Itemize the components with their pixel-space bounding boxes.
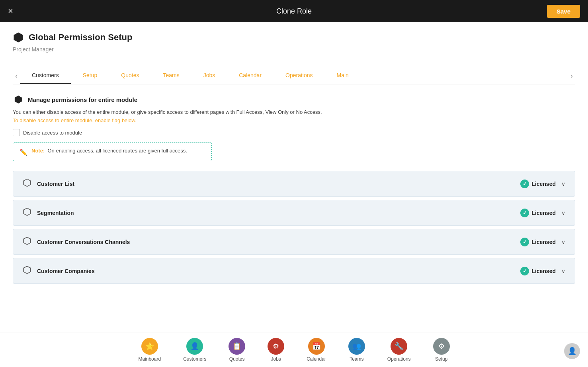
tab-quotes[interactable]: Quotes (109, 67, 151, 84)
module-header-title: Manage permissions for entire module (28, 96, 137, 103)
green-check-icon: ✓ (520, 180, 529, 188)
green-check-icon-1: ✓ (520, 209, 529, 217)
tab-teams[interactable]: Teams (151, 67, 191, 84)
svg-marker-4 (23, 237, 30, 245)
svg-marker-1 (15, 96, 21, 103)
tab-setup[interactable]: Setup (71, 67, 109, 84)
calendar-label: Calendar (307, 356, 326, 362)
perm-hex-icon-2 (23, 236, 31, 247)
module-desc2: To disable access to entire module, enab… (13, 117, 575, 123)
mainboard-icon: ⭐ (141, 338, 158, 355)
nav-item-teams[interactable]: 👥 Teams (337, 335, 376, 365)
tab-jobs[interactable]: Jobs (191, 67, 227, 84)
tabs-container: ‹ Customers Setup Quotes Teams Jobs Cale… (13, 67, 575, 84)
svg-marker-3 (23, 208, 30, 216)
operations-icon: 🔧 (391, 338, 407, 355)
tabs-list: Customers Setup Quotes Teams Jobs Calend… (20, 67, 568, 84)
disable-access-label: Disable access to module (23, 130, 82, 136)
svg-marker-5 (23, 266, 30, 274)
close-button[interactable]: × (8, 7, 13, 16)
teams-label: Teams (350, 356, 363, 362)
perm-name-1: Segmentation (37, 210, 74, 216)
svg-marker-0 (14, 33, 23, 42)
note-body: On enabling access, all licenced routes … (47, 148, 187, 154)
licensed-badge-1: ✓ Licensed (520, 209, 556, 217)
chevron-down-icon-1[interactable]: ∨ (561, 210, 565, 216)
green-check-icon-3: ✓ (520, 267, 529, 275)
permission-rows: Customer List ✓ Licensed ∨ Segmentation (13, 171, 575, 287)
calendar-icon: 📅 (308, 338, 325, 355)
teams-icon: 👥 (348, 338, 365, 355)
module-header: Manage permissions for entire module (13, 94, 575, 105)
quotes-icon: 📋 (229, 338, 245, 355)
perm-hex-icon-1 (23, 207, 31, 218)
save-button[interactable]: Save (547, 5, 580, 18)
module-section: Manage permissions for entire module You… (13, 94, 575, 161)
main-content: Global Permission Setup Project Manager … (0, 22, 588, 332)
permission-row-customer-list[interactable]: Customer List ✓ Licensed ∨ (13, 171, 575, 197)
tab-main[interactable]: Main (325, 67, 361, 84)
page-title-row: Global Permission Setup (13, 32, 575, 43)
perm-name-3: Customer Companies (37, 268, 95, 274)
chevron-down-icon-0[interactable]: ∨ (561, 181, 565, 187)
jobs-label: Jobs (271, 356, 281, 362)
nav-item-operations[interactable]: 🔧 Operations (376, 335, 422, 365)
setup-label: Setup (435, 356, 447, 362)
nav-item-mainboard[interactable]: ⭐ Mainboard (127, 335, 172, 365)
disable-access-checkbox[interactable] (13, 129, 20, 136)
avatar[interactable]: 👤 (564, 343, 580, 359)
mainboard-label: Mainboard (138, 356, 161, 362)
nav-item-quotes[interactable]: 📋 Quotes (217, 335, 256, 365)
note-icon: ✏️ (20, 148, 27, 156)
quotes-label: Quotes (229, 356, 245, 362)
nav-item-jobs[interactable]: ⚙ Jobs (256, 335, 295, 365)
page-subtitle: Project Manager (13, 46, 575, 59)
hex-icon (13, 32, 24, 43)
perm-name-0: Customer List (37, 181, 74, 187)
customers-label: Customers (183, 356, 206, 362)
perm-hex-icon-3 (23, 265, 31, 276)
permission-row-segmentation[interactable]: Segmentation ✓ Licensed ∨ (13, 200, 575, 226)
permission-row-companies[interactable]: Customer Companies ✓ Licensed ∨ (13, 258, 575, 284)
module-desc1: You can either disable access of the ent… (13, 109, 575, 115)
setup-icon: ⚙ (433, 338, 450, 355)
module-hex-icon (13, 94, 24, 105)
disable-access-row: Disable access to module (13, 129, 575, 136)
bottom-nav: ⭐ Mainboard 👤 Customers 📋 Quotes ⚙ Jobs … (0, 332, 588, 367)
nav-item-calendar[interactable]: 📅 Calendar (295, 335, 337, 365)
tab-calendar[interactable]: Calendar (227, 67, 273, 84)
page-title: Global Permission Setup (29, 32, 132, 43)
note-text: Note: On enabling access, all licenced r… (31, 148, 187, 154)
perm-hex-icon (23, 178, 31, 189)
licensed-badge-3: ✓ Licensed (520, 267, 556, 275)
perm-name-2: Customer Conversations Channels (37, 239, 130, 245)
tab-operations[interactable]: Operations (273, 67, 324, 84)
svg-marker-2 (23, 179, 30, 187)
licensed-badge-0: ✓ Licensed (520, 180, 556, 188)
chevron-down-icon-2[interactable]: ∨ (561, 239, 565, 245)
note-label: Note: (31, 148, 45, 154)
licensed-badge-2: ✓ Licensed (520, 238, 556, 246)
nav-item-setup[interactable]: ⚙ Setup (422, 335, 461, 365)
customers-icon: 👤 (186, 338, 203, 355)
header: × Clone Role Save (0, 0, 588, 22)
operations-label: Operations (387, 356, 411, 362)
tab-left-arrow[interactable]: ‹ (13, 68, 20, 83)
tab-right-arrow[interactable]: › (568, 68, 575, 83)
nav-item-customers[interactable]: 👤 Customers (172, 335, 217, 365)
tab-customers[interactable]: Customers (20, 67, 71, 84)
note-box: ✏️ Note: On enabling access, all licence… (13, 143, 212, 161)
header-title: Clone Role (276, 7, 312, 16)
jobs-icon: ⚙ (268, 338, 284, 355)
permission-row-conversations[interactable]: Customer Conversations Channels ✓ Licens… (13, 229, 575, 255)
chevron-down-icon-3[interactable]: ∨ (561, 268, 565, 274)
green-check-icon-2: ✓ (520, 238, 529, 246)
